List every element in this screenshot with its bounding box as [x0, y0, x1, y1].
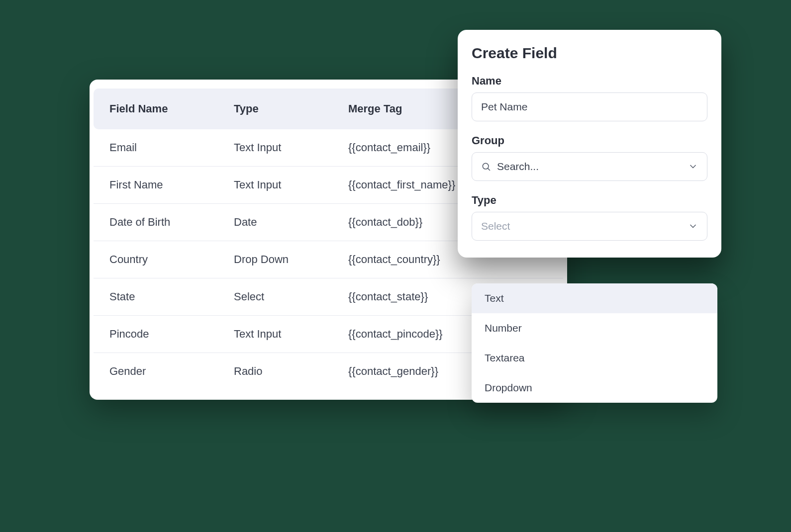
panel-title: Create Field: [472, 45, 707, 62]
cell-field-name: Country: [109, 253, 234, 266]
cell-field-name: Email: [109, 141, 234, 154]
cell-type: Text Input: [234, 178, 348, 191]
create-field-panel: Create Field Name Group Search...: [458, 30, 721, 258]
type-option[interactable]: Textarea: [472, 343, 717, 373]
cell-field-name: First Name: [109, 178, 234, 191]
cell-type: Text Input: [234, 141, 348, 154]
cell-type: Select: [234, 290, 348, 303]
col-header-type: Type: [234, 102, 348, 115]
svg-point-0: [483, 163, 489, 169]
group-group: Group Search...: [472, 134, 707, 181]
type-placeholder: Select: [481, 220, 510, 232]
search-icon: [481, 162, 491, 172]
cell-type: Text Input: [234, 328, 348, 341]
chevron-down-icon: [688, 162, 698, 172]
cell-field-name: Date of Birth: [109, 216, 234, 229]
cell-type: Drop Down: [234, 253, 348, 266]
group-search-select[interactable]: Search...: [472, 152, 707, 181]
type-select[interactable]: Select: [472, 212, 707, 241]
cell-field-name: Pincode: [109, 328, 234, 341]
name-label: Name: [472, 75, 707, 88]
cell-type: Date: [234, 216, 348, 229]
chevron-down-icon: [688, 221, 698, 231]
type-dropdown-menu: TextNumberTextareaDropdown: [472, 283, 717, 403]
group-label: Group: [472, 134, 707, 147]
cell-field-name: Gender: [109, 365, 234, 378]
name-group: Name: [472, 75, 707, 121]
group-placeholder: Search...: [497, 161, 539, 173]
type-option[interactable]: Text: [472, 283, 717, 313]
cell-type: Radio: [234, 365, 348, 378]
type-group: Type Select: [472, 194, 707, 241]
col-header-field-name: Field Name: [109, 102, 234, 115]
type-label: Type: [472, 194, 707, 207]
svg-line-1: [488, 169, 490, 171]
type-option[interactable]: Number: [472, 313, 717, 343]
name-input[interactable]: [472, 92, 707, 121]
cell-field-name: State: [109, 290, 234, 303]
type-option[interactable]: Dropdown: [472, 373, 717, 403]
